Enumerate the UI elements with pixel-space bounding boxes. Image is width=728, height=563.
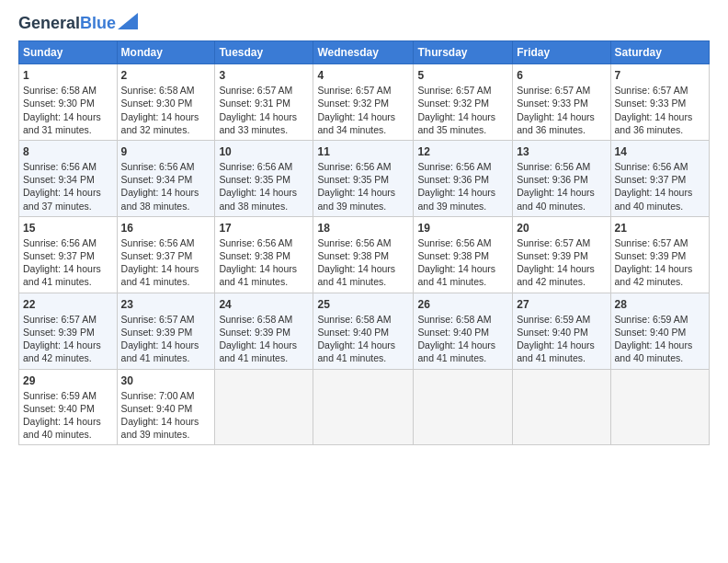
sunset-label: Sunset: 9:39 PM <box>23 327 95 338</box>
day-number: 7 <box>615 68 705 83</box>
sunrise-label: Sunrise: 6:58 AM <box>317 314 391 325</box>
sunrise-label: Sunrise: 6:57 AM <box>517 237 590 248</box>
day-number: 9 <box>121 144 211 159</box>
sunset-label: Sunset: 9:39 PM <box>615 250 687 261</box>
calendar-week-row: 15 Sunrise: 6:56 AM Sunset: 9:37 PM Dayl… <box>19 216 710 293</box>
calendar-cell: 28 Sunrise: 6:59 AM Sunset: 9:40 PM Dayl… <box>610 293 709 369</box>
daylight-label: Daylight: 14 hours and 38 minutes. <box>219 187 297 211</box>
daylight-label: Daylight: 14 hours and 40 minutes. <box>615 339 693 363</box>
calendar-table: Sunday Monday Tuesday Wednesday Thursday… <box>18 40 710 445</box>
sunrise-label: Sunrise: 6:57 AM <box>417 85 491 96</box>
calendar-cell: 9 Sunrise: 6:56 AM Sunset: 9:34 PM Dayli… <box>117 140 215 216</box>
sunrise-label: Sunrise: 6:56 AM <box>121 237 195 248</box>
sunrise-label: Sunrise: 6:56 AM <box>317 237 391 248</box>
sunrise-label: Sunrise: 6:57 AM <box>219 85 292 96</box>
day-number: 11 <box>317 144 409 159</box>
day-number: 17 <box>219 221 309 236</box>
daylight-label: Daylight: 14 hours and 40 minutes. <box>615 187 693 211</box>
daylight-label: Daylight: 14 hours and 42 minutes. <box>615 263 693 287</box>
calendar-cell: 11 Sunrise: 6:56 AM Sunset: 9:35 PM Dayl… <box>313 140 414 216</box>
daylight-label: Daylight: 14 hours and 41 minutes. <box>417 339 495 363</box>
sunset-label: Sunset: 9:38 PM <box>417 250 489 261</box>
daylight-label: Daylight: 14 hours and 39 minutes. <box>121 416 199 440</box>
calendar-cell: 30 Sunrise: 7:00 AM Sunset: 9:40 PM Dayl… <box>117 369 215 445</box>
day-number: 20 <box>517 221 606 236</box>
sunset-label: Sunset: 9:35 PM <box>317 174 389 185</box>
sunset-label: Sunset: 9:40 PM <box>23 403 95 414</box>
sunrise-label: Sunrise: 6:57 AM <box>615 237 688 248</box>
daylight-label: Daylight: 14 hours and 35 minutes. <box>417 111 495 135</box>
sunset-label: Sunset: 9:39 PM <box>121 327 193 338</box>
sunset-label: Sunset: 9:35 PM <box>219 174 290 185</box>
col-thursday: Thursday <box>414 41 513 64</box>
sunset-label: Sunset: 9:30 PM <box>23 98 95 109</box>
sunrise-label: Sunrise: 6:56 AM <box>219 161 292 172</box>
day-number: 10 <box>219 144 309 159</box>
sunrise-label: Sunrise: 6:56 AM <box>417 237 491 248</box>
day-number: 29 <box>23 373 113 388</box>
day-number: 23 <box>121 297 211 312</box>
sunrise-label: Sunrise: 6:59 AM <box>23 390 97 401</box>
sunrise-label: Sunrise: 6:57 AM <box>121 314 195 325</box>
calendar-cell: 13 Sunrise: 6:56 AM Sunset: 9:36 PM Dayl… <box>513 140 610 216</box>
sunset-label: Sunset: 9:40 PM <box>121 403 193 414</box>
day-number: 14 <box>615 144 705 159</box>
header: GeneralBlue <box>18 15 710 31</box>
calendar-cell: 27 Sunrise: 6:59 AM Sunset: 9:40 PM Dayl… <box>513 293 610 369</box>
calendar-cell: 10 Sunrise: 6:56 AM Sunset: 9:35 PM Dayl… <box>215 140 313 216</box>
daylight-label: Daylight: 14 hours and 36 minutes. <box>615 111 693 135</box>
logo-icon <box>118 13 138 29</box>
sunrise-label: Sunrise: 6:56 AM <box>417 161 491 172</box>
day-number: 6 <box>517 68 606 83</box>
header-row: Sunday Monday Tuesday Wednesday Thursday… <box>19 41 710 64</box>
day-number: 26 <box>417 297 508 312</box>
sunset-label: Sunset: 9:38 PM <box>219 250 290 261</box>
calendar-cell: 25 Sunrise: 6:58 AM Sunset: 9:40 PM Dayl… <box>313 293 414 369</box>
calendar-cell <box>215 369 313 445</box>
calendar-cell: 20 Sunrise: 6:57 AM Sunset: 9:39 PM Dayl… <box>513 216 610 293</box>
sunrise-label: Sunrise: 6:56 AM <box>317 161 391 172</box>
daylight-label: Daylight: 14 hours and 41 minutes. <box>219 339 297 363</box>
day-number: 8 <box>23 144 113 159</box>
daylight-label: Daylight: 14 hours and 41 minutes. <box>417 263 495 287</box>
daylight-label: Daylight: 14 hours and 41 minutes. <box>317 263 395 287</box>
daylight-label: Daylight: 14 hours and 41 minutes. <box>517 339 595 363</box>
sunset-label: Sunset: 9:40 PM <box>317 327 389 338</box>
calendar-cell: 4 Sunrise: 6:57 AM Sunset: 9:32 PM Dayli… <box>313 64 414 141</box>
sunset-label: Sunset: 9:40 PM <box>417 327 489 338</box>
sunrise-label: Sunrise: 6:57 AM <box>517 85 590 96</box>
calendar-cell: 7 Sunrise: 6:57 AM Sunset: 9:33 PM Dayli… <box>610 64 709 141</box>
calendar-cell <box>513 369 610 445</box>
sunset-label: Sunset: 9:33 PM <box>517 98 588 109</box>
sunset-label: Sunset: 9:37 PM <box>23 250 95 261</box>
daylight-label: Daylight: 14 hours and 33 minutes. <box>219 111 297 135</box>
calendar-cell: 29 Sunrise: 6:59 AM Sunset: 9:40 PM Dayl… <box>19 369 118 445</box>
sunset-label: Sunset: 9:30 PM <box>121 98 193 109</box>
calendar-cell <box>414 369 513 445</box>
calendar-cell: 6 Sunrise: 6:57 AM Sunset: 9:33 PM Dayli… <box>513 64 610 141</box>
daylight-label: Daylight: 14 hours and 36 minutes. <box>517 111 595 135</box>
calendar-cell: 14 Sunrise: 6:56 AM Sunset: 9:37 PM Dayl… <box>610 140 709 216</box>
sunrise-label: Sunrise: 6:58 AM <box>417 314 491 325</box>
sunrise-label: Sunrise: 6:58 AM <box>23 85 97 96</box>
calendar-cell: 22 Sunrise: 6:57 AM Sunset: 9:39 PM Dayl… <box>19 293 118 369</box>
calendar-week-row: 1 Sunrise: 6:58 AM Sunset: 9:30 PM Dayli… <box>19 64 710 141</box>
daylight-label: Daylight: 14 hours and 34 minutes. <box>317 111 395 135</box>
sunset-label: Sunset: 9:39 PM <box>219 327 290 338</box>
daylight-label: Daylight: 14 hours and 41 minutes. <box>317 339 395 363</box>
day-number: 1 <box>23 68 113 83</box>
day-number: 24 <box>219 297 309 312</box>
calendar-cell: 23 Sunrise: 6:57 AM Sunset: 9:39 PM Dayl… <box>117 293 215 369</box>
sunset-label: Sunset: 9:34 PM <box>23 174 95 185</box>
daylight-label: Daylight: 14 hours and 37 minutes. <box>23 187 101 211</box>
day-number: 30 <box>121 373 211 388</box>
calendar-cell: 15 Sunrise: 6:56 AM Sunset: 9:37 PM Dayl… <box>19 216 118 293</box>
sunrise-label: Sunrise: 7:00 AM <box>121 390 195 401</box>
sunrise-label: Sunrise: 6:59 AM <box>615 314 688 325</box>
day-number: 28 <box>615 297 705 312</box>
day-number: 13 <box>517 144 606 159</box>
day-number: 21 <box>615 221 705 236</box>
sunset-label: Sunset: 9:36 PM <box>517 174 588 185</box>
daylight-label: Daylight: 14 hours and 38 minutes. <box>121 187 199 211</box>
daylight-label: Daylight: 14 hours and 41 minutes. <box>121 263 199 287</box>
